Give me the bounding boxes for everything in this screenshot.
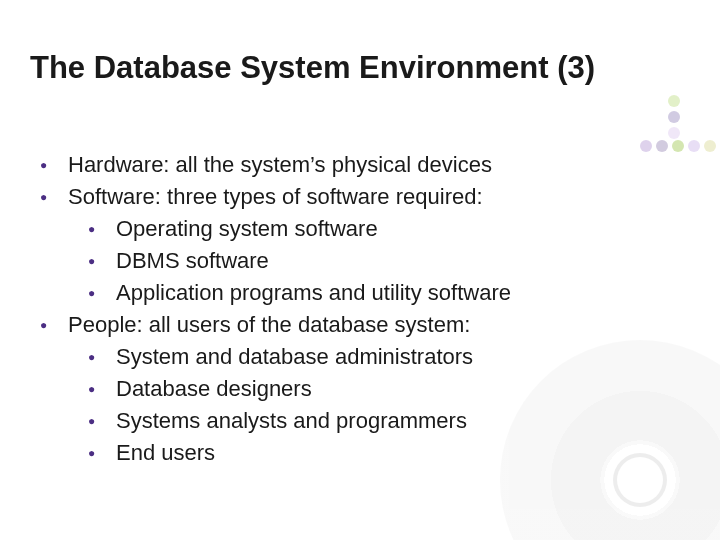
list-item-text: Operating system software <box>116 214 680 244</box>
list-item: ● Application programs and utility softw… <box>88 278 680 308</box>
slide-title: The Database System Environment (3) <box>30 50 710 86</box>
list-item-text: Database designers <box>116 374 680 404</box>
list-item-text: People: all users of the database system… <box>68 310 680 340</box>
bullet-icon: ● <box>88 342 116 372</box>
list-item: ● Database designers <box>88 374 680 404</box>
decorative-dots-vertical <box>668 95 680 139</box>
list-item: ● Systems analysts and programmers <box>88 406 680 436</box>
list-item: ● Hardware: all the system’s physical de… <box>40 150 680 180</box>
list-item-text: Systems analysts and programmers <box>116 406 680 436</box>
list-item-text: Hardware: all the system’s physical devi… <box>68 150 680 180</box>
bullet-icon: ● <box>40 150 68 180</box>
list-item: ● System and database administrators <box>88 342 680 372</box>
list-item-text: DBMS software <box>116 246 680 276</box>
bullet-icon: ● <box>88 374 116 404</box>
list-item: ● People: all users of the database syst… <box>40 310 680 340</box>
list-item-text: End users <box>116 438 680 468</box>
bullet-icon: ● <box>88 246 116 276</box>
bullet-icon: ● <box>88 406 116 436</box>
list-item: ● End users <box>88 438 680 468</box>
bullet-icon: ● <box>40 310 68 340</box>
list-item: ● Operating system software <box>88 214 680 244</box>
slide-body: ● Hardware: all the system’s physical de… <box>40 150 680 470</box>
list-item: ● DBMS software <box>88 246 680 276</box>
list-item-text: Software: three types of software requir… <box>68 182 680 212</box>
list-item: ● Software: three types of software requ… <box>40 182 680 212</box>
bullet-icon: ● <box>88 214 116 244</box>
bullet-icon: ● <box>88 438 116 468</box>
list-item-text: System and database administrators <box>116 342 680 372</box>
bullet-icon: ● <box>88 278 116 308</box>
slide: The Database System Environment (3) ● Ha… <box>0 0 720 540</box>
list-item-text: Application programs and utility softwar… <box>116 278 680 308</box>
bullet-icon: ● <box>40 182 68 212</box>
